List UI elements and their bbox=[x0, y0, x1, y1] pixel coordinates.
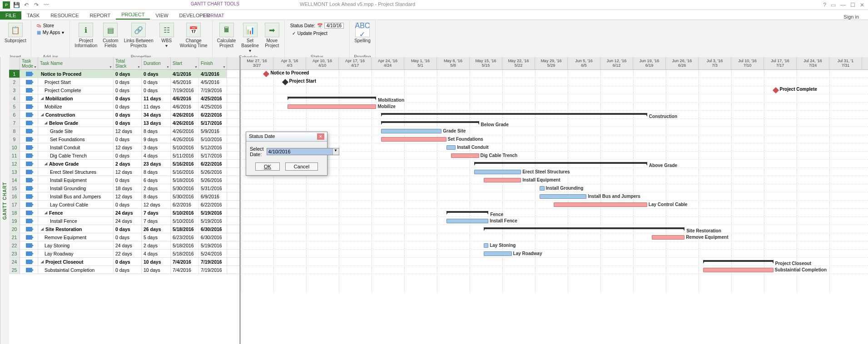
task-mode-cell[interactable] bbox=[20, 135, 38, 143]
finish-cell[interactable]: 5/24/2016 bbox=[199, 250, 227, 257]
slack-cell[interactable]: 0 days bbox=[114, 103, 142, 110]
table-row[interactable]: 14Install Equipment0 days6 days5/18/2016… bbox=[9, 176, 239, 184]
finish-cell[interactable]: 5/31/2016 bbox=[199, 184, 227, 192]
task-name-cell[interactable]: Install Equipment bbox=[38, 176, 114, 184]
table-row[interactable]: 19Install Fence24 days7 days5/10/20165/1… bbox=[9, 217, 239, 225]
myapps-button[interactable]: ▦My Apps ▾ bbox=[35, 29, 66, 35]
finish-cell[interactable]: 5/19/2016 bbox=[199, 209, 227, 216]
slack-cell[interactable]: 0 days bbox=[114, 152, 142, 159]
task-name-cell[interactable]: Substaintial Completion bbox=[38, 266, 114, 274]
task-mode-cell[interactable] bbox=[20, 152, 38, 159]
task-name-cell[interactable]: Remove Equipment bbox=[38, 233, 114, 241]
task-mode-cell[interactable] bbox=[20, 201, 38, 208]
slack-cell[interactable]: 0 days bbox=[114, 176, 142, 184]
start-cell[interactable]: 4/5/2016 bbox=[171, 78, 199, 86]
task-mode-cell[interactable] bbox=[20, 127, 38, 135]
row-id[interactable]: 17 bbox=[9, 201, 20, 208]
start-cell[interactable]: 5/10/2016 bbox=[171, 143, 199, 151]
task-mode-cell[interactable] bbox=[20, 266, 38, 274]
tab-view[interactable]: VIEW bbox=[150, 11, 174, 20]
duration-cell[interactable]: 23 days bbox=[142, 160, 171, 167]
task-bar[interactable]: Lay Roadway bbox=[484, 251, 512, 256]
row-id[interactable]: 10 bbox=[9, 143, 20, 151]
task-mode-cell[interactable] bbox=[20, 176, 38, 184]
task-bar[interactable]: Lay Control Cable bbox=[554, 202, 647, 207]
finish-cell[interactable]: 7/19/2016 bbox=[199, 258, 227, 265]
row-id[interactable]: 3 bbox=[9, 86, 20, 94]
ribbon-options-icon[interactable]: ▭ bbox=[831, 2, 836, 8]
finish-cell[interactable]: 6/30/2016 bbox=[199, 233, 227, 241]
row-id[interactable]: 12 bbox=[9, 160, 20, 167]
table-row[interactable]: 4◢Mobilization0 days11 days4/6/20164/25/… bbox=[9, 94, 239, 103]
table-row[interactable]: 18◢Fence24 days7 days5/10/20165/19/2016 bbox=[9, 209, 239, 217]
timeline-row[interactable]: Remove Equipment bbox=[241, 233, 868, 241]
start-cell[interactable]: 4/6/2016 bbox=[171, 103, 199, 110]
dropdown-icon[interactable]: ▼ bbox=[332, 148, 339, 155]
start-cell[interactable]: 6/23/2016 bbox=[171, 233, 199, 241]
collapse-icon[interactable]: ◢ bbox=[41, 96, 45, 100]
summary-bar[interactable]: Mobilization bbox=[288, 97, 376, 99]
summary-bar[interactable]: Below Grade bbox=[381, 121, 479, 124]
duration-cell[interactable]: 10 days bbox=[142, 266, 171, 274]
timeline-row[interactable]: Project Closeout bbox=[241, 258, 868, 266]
row-id[interactable]: 7 bbox=[9, 119, 20, 127]
row-id[interactable]: 2 bbox=[9, 78, 20, 86]
col-finish[interactable]: Finish▼ bbox=[199, 57, 227, 69]
task-mode-cell[interactable] bbox=[20, 160, 38, 167]
start-cell[interactable]: 5/18/2016 bbox=[171, 176, 199, 184]
project-icon[interactable]: P bbox=[3, 1, 10, 9]
table-row[interactable]: 16Install Bus and Jumpers12 days8 days5/… bbox=[9, 192, 239, 201]
timeline-row[interactable]: Set Foundations bbox=[241, 135, 868, 143]
calculate-button[interactable]: 🖩Calculate Project bbox=[215, 22, 238, 49]
ok-button[interactable]: OK bbox=[255, 162, 280, 171]
tab-format[interactable]: FORMAT bbox=[198, 11, 230, 20]
slack-cell[interactable]: 0 days bbox=[114, 233, 142, 241]
timeline-row[interactable]: Mobilize bbox=[241, 103, 868, 111]
task-mode-cell[interactable] bbox=[20, 225, 38, 233]
duration-cell[interactable]: 8 days bbox=[142, 168, 171, 176]
timeline-row[interactable]: Install Equipment bbox=[241, 176, 868, 184]
duration-cell[interactable]: 4 days bbox=[142, 152, 171, 159]
row-id[interactable]: 8 bbox=[9, 127, 20, 135]
start-cell[interactable]: 4/6/2016 bbox=[171, 94, 199, 102]
task-mode-cell[interactable] bbox=[20, 143, 38, 151]
duration-cell[interactable]: 8 days bbox=[142, 192, 171, 200]
slack-cell[interactable]: 18 days bbox=[114, 184, 142, 192]
row-id[interactable]: 25 bbox=[9, 266, 20, 274]
duration-cell[interactable]: 2 days bbox=[142, 184, 171, 192]
start-cell[interactable]: 5/18/2016 bbox=[171, 241, 199, 249]
duration-cell[interactable]: 34 days bbox=[142, 111, 171, 118]
duration-cell[interactable]: 5 days bbox=[142, 233, 171, 241]
slack-cell[interactable]: 0 days bbox=[114, 135, 142, 143]
row-id[interactable]: 11 bbox=[9, 152, 20, 159]
timeline-row[interactable]: Install Grounding bbox=[241, 184, 868, 192]
finish-cell[interactable]: 6/22/2016 bbox=[199, 201, 227, 208]
task-mode-cell[interactable] bbox=[20, 70, 38, 78]
tab-project[interactable]: PROJECT bbox=[116, 10, 150, 20]
duration-cell[interactable]: 4 days bbox=[142, 250, 171, 257]
table-row[interactable]: 2Project Start0 days0 days4/5/20164/5/20… bbox=[9, 78, 239, 86]
status-date-value[interactable]: 4/10/16 bbox=[324, 23, 344, 29]
timeline-row[interactable]: Lay Stoning bbox=[241, 241, 868, 250]
col-name[interactable]: Task Name▼ bbox=[38, 57, 114, 69]
row-id[interactable]: 13 bbox=[9, 168, 20, 176]
baseline-button[interactable]: 📊Set Baseline ▾ bbox=[239, 22, 260, 54]
finish-cell[interactable]: 4/1/2016 bbox=[199, 70, 227, 78]
slack-cell[interactable]: 0 days bbox=[114, 86, 142, 94]
table-row[interactable]: 20◢Site Restoration0 days26 days5/18/201… bbox=[9, 225, 239, 233]
task-name-cell[interactable]: Install Fence bbox=[38, 217, 114, 225]
timeline-row[interactable]: Lay Control Cable bbox=[241, 201, 868, 209]
timeline-row[interactable]: Install Fence bbox=[241, 217, 868, 225]
task-name-cell[interactable]: ◢Project Closeout bbox=[38, 258, 114, 265]
table-row[interactable]: 1Notice to Proceed0 days0 days4/1/20164/… bbox=[9, 70, 239, 78]
minimize-icon[interactable]: — bbox=[840, 2, 846, 8]
milestone-marker[interactable] bbox=[282, 79, 288, 85]
duration-cell[interactable]: 0 days bbox=[142, 78, 171, 86]
finish-cell[interactable]: 7/19/2016 bbox=[199, 86, 227, 94]
start-cell[interactable]: 5/10/2016 bbox=[171, 217, 199, 225]
row-id[interactable]: 14 bbox=[9, 176, 20, 184]
finish-cell[interactable]: 7/19/2016 bbox=[199, 266, 227, 274]
finish-cell[interactable]: 5/12/2016 bbox=[199, 143, 227, 151]
row-id[interactable]: 20 bbox=[9, 225, 20, 233]
table-row[interactable]: 22Lay Stoning24 days2 days5/18/20165/19/… bbox=[9, 241, 239, 250]
